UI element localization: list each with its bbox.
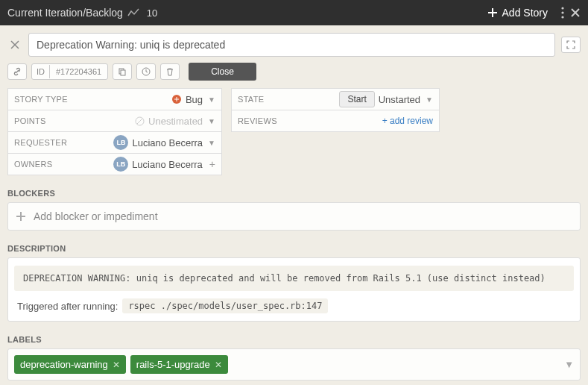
copy-button[interactable] [113, 63, 132, 80]
state-value[interactable]: Unstarted [379, 94, 420, 105]
link-icon [13, 67, 22, 76]
close-icon [10, 40, 19, 49]
close-button[interactable]: Close [189, 63, 256, 81]
panel-title: Current Iteration/Backlog [7, 7, 123, 19]
expand-icon [566, 40, 575, 49]
points-row[interactable]: POINTS Unestimated ▼ [7, 110, 222, 132]
chevron-down-icon: ▼ [208, 139, 215, 147]
plus-icon [487, 7, 498, 18]
labels-dropdown[interactable]: ▼ [564, 359, 574, 370]
state-row: STATE Start Unstarted ▼ [231, 88, 440, 110]
requester-row[interactable]: REQUESTER LB Luciano Becerra ▼ [7, 131, 222, 154]
avatar: LB [113, 135, 128, 150]
svg-point-1 [561, 11, 563, 13]
label-remove-button[interactable]: ✕ [215, 360, 222, 370]
description-triggered-text: Triggered after running: [17, 301, 118, 312]
more-menu-button[interactable] [561, 7, 564, 19]
avatar: LB [113, 157, 128, 172]
state-label: STATE [238, 95, 264, 104]
labels-box[interactable]: deprecation-warning ✕ rails-5-1-upgrade … [7, 348, 581, 381]
close-icon [570, 7, 581, 18]
add-review-link[interactable]: + add review [382, 116, 433, 126]
story-id-box[interactable]: ID #172204361 [31, 63, 108, 80]
labels-heading: LABELS [7, 335, 581, 344]
add-story-label: Add Story [502, 7, 548, 19]
label-tag-text: deprecation-warning [20, 359, 108, 370]
owners-value: Luciano Becerra [132, 159, 203, 170]
iteration-trend-icon [127, 8, 139, 17]
requester-value: Luciano Becerra [132, 137, 203, 148]
story-title-input[interactable] [28, 33, 555, 57]
label-tag-text: rails-5-1-upgrade [136, 359, 210, 370]
points-value: Unestimated [148, 116, 203, 127]
blockers-heading: BLOCKERS [7, 189, 581, 198]
story-close-x[interactable] [7, 39, 22, 51]
description-box[interactable]: DEPRECATION WARNING: uniq is deprecated … [7, 257, 581, 322]
chevron-down-icon: ▼ [426, 96, 433, 104]
add-blocker-placeholder: Add blocker or impediment [34, 210, 158, 222]
panel-close-button[interactable] [570, 7, 581, 18]
history-button[interactable] [136, 63, 156, 80]
svg-point-2 [561, 16, 563, 18]
start-button[interactable]: Start [339, 91, 374, 107]
iteration-count: 10 [147, 7, 157, 19]
label-remove-button[interactable]: ✕ [113, 360, 120, 370]
kebab-icon [561, 7, 564, 19]
points-label: POINTS [14, 116, 46, 125]
expand-button[interactable] [561, 37, 581, 53]
story-id-label: ID [32, 65, 50, 78]
trash-icon [165, 67, 174, 76]
description-warning: DEPRECATION WARNING: uniq is deprecated … [14, 266, 574, 291]
story-type-row[interactable]: STORY TYPE Bug ▼ [7, 88, 222, 110]
svg-point-0 [561, 7, 563, 9]
bug-icon [171, 94, 182, 104]
plus-icon [16, 211, 26, 222]
description-command: rspec ./spec/models/user_spec.rb:147 [122, 298, 328, 313]
delete-button[interactable] [160, 63, 180, 80]
reviews-label: REVIEWS [238, 116, 277, 125]
add-story-button[interactable]: Add Story [487, 7, 548, 19]
owners-row[interactable]: OWNERS LB Luciano Becerra + [7, 153, 222, 175]
add-blocker-button[interactable]: Add blocker or impediment [7, 202, 581, 231]
add-owner-button[interactable]: + [209, 158, 215, 170]
reviews-row: REVIEWS + add review [231, 110, 440, 132]
link-button[interactable] [7, 63, 27, 80]
story-type-value: Bug [186, 94, 203, 105]
label-tag[interactable]: deprecation-warning ✕ [14, 355, 126, 374]
owners-label: OWNERS [14, 160, 52, 169]
chevron-down-icon: ▼ [208, 96, 215, 104]
svg-rect-4 [121, 70, 125, 75]
story-type-label: STORY TYPE [14, 95, 68, 104]
label-tag[interactable]: rails-5-1-upgrade ✕ [130, 355, 228, 374]
copy-icon [118, 67, 127, 76]
clock-icon [142, 67, 151, 76]
story-id-value: #172204361 [50, 65, 107, 78]
requester-label: REQUESTER [14, 138, 67, 147]
description-heading: DESCRIPTION [7, 244, 581, 253]
unestimated-icon [135, 116, 145, 126]
chevron-down-icon: ▼ [208, 117, 215, 125]
